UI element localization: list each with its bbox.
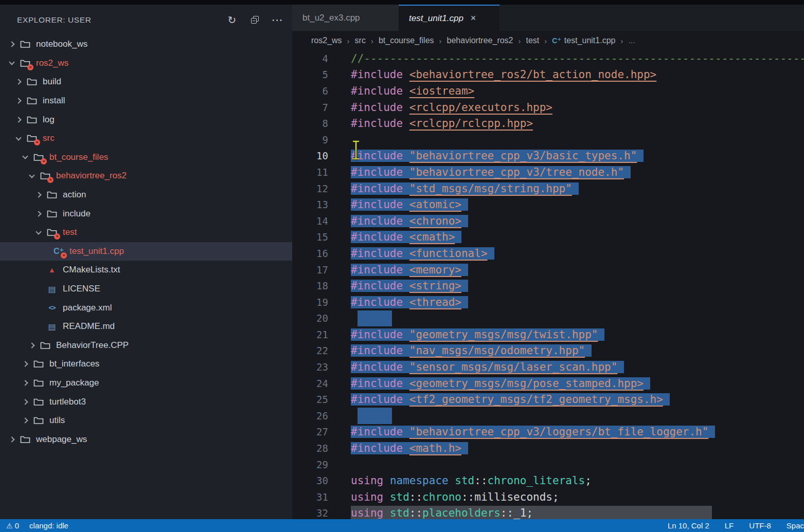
tree-item-bt-course-files[interactable]: ×bt_course_files	[0, 148, 292, 167]
code-line-22[interactable]: 22#include "nav_msgs/msg/odometry.hpp"	[292, 343, 804, 359]
code-line-7[interactable]: 7#include <rclcpp/executors.hpp>	[292, 99, 804, 116]
tree-item-license[interactable]: ▤LICENSE	[0, 280, 292, 299]
tree-item-behaviortree-cpp[interactable]: BehaviorTree.CPP	[0, 336, 292, 355]
tree-item-behaviortree-ros2[interactable]: ×behaviortree_ros2	[0, 167, 292, 186]
breadcrumb-item-ros2-ws[interactable]: ros2_ws	[311, 36, 342, 45]
code-line-13[interactable]: 13#include <atomic>	[292, 196, 804, 213]
code-line-10[interactable]: 10#include "behaviortree_cpp_v3/basic_ty…	[292, 148, 804, 164]
chevron-right-icon	[27, 343, 36, 347]
token-pln	[403, 442, 409, 454]
breadcrumb-item-bt-course-files[interactable]: bt_course_files	[379, 36, 434, 45]
code-line-30[interactable]: 30using namespace std::chrono_literals;	[292, 472, 804, 489]
chevron-down-icon	[27, 175, 36, 177]
tab-test-unit1-cpp[interactable]: test_unit1.cpp×	[399, 5, 499, 31]
chevron-right-icon	[14, 80, 23, 84]
collapse-folders-icon[interactable]	[249, 14, 260, 26]
refresh-icon[interactable]: ↻	[226, 14, 238, 26]
token-inc: <memory>	[409, 264, 461, 276]
code-line-26[interactable]: 26	[292, 408, 804, 424]
code-line-8[interactable]: 8#include <rclcpp/rclcpp.hpp>	[292, 115, 804, 132]
code-line-9[interactable]: 9	[292, 132, 804, 148]
tree-item-readme-md[interactable]: ▤README.md	[0, 317, 292, 336]
code-line-24[interactable]: 24#include <geometry_msgs/msg/pose_stamp…	[292, 375, 804, 392]
tree-item-build[interactable]: build	[0, 72, 292, 91]
problems-indicator[interactable]: ⚠ 0	[6, 521, 19, 530]
token-pp: #include	[351, 68, 403, 81]
tree-item-action[interactable]: action	[0, 186, 292, 205]
tree-item-include[interactable]: include	[0, 204, 292, 223]
tree-item-label: log	[43, 115, 55, 125]
tree-item-webpage-ws[interactable]: webpage_ws	[0, 430, 292, 449]
code-line-15[interactable]: 15#include <cmath>	[292, 229, 804, 246]
code-line-23[interactable]: 23#include "sensor_msgs/msg/laser_scan.h…	[292, 359, 804, 375]
tab-bt-u2-ex3-cpp[interactable]: bt_u2_ex3.cpp	[292, 5, 399, 31]
tree-item-log[interactable]: log	[0, 110, 292, 129]
code-line-14[interactable]: 14#include <chrono>	[292, 213, 804, 229]
tree-item-turtlebot3[interactable]: turtlebot3	[0, 392, 292, 411]
token-pp: #include	[351, 328, 403, 341]
chevron-right-icon	[14, 118, 23, 122]
breadcrumb-item-behaviortree-ros2[interactable]: behaviortree_ros2	[447, 36, 513, 45]
breadcrumb-item--[interactable]: ...	[628, 36, 635, 45]
chevron-down-icon	[21, 156, 29, 158]
tree-item-cmakelists-txt[interactable]: ▲CMakeLists.txt	[0, 261, 292, 280]
line-number: 23	[292, 361, 328, 373]
tree-item-test-unit1-cpp[interactable]: C⁺×test_unit1.cpp	[0, 242, 292, 261]
breadcrumb-separator-icon: ›	[519, 36, 521, 45]
code-line-18[interactable]: 18#include <string>	[292, 278, 804, 294]
tree-item-label: utils	[49, 415, 65, 426]
tree-item-utils[interactable]: utils	[0, 411, 292, 430]
more-actions-icon[interactable]: ⋯	[272, 14, 283, 26]
breadcrumb-item-test[interactable]: test	[526, 36, 540, 45]
indentation-indicator[interactable]: Spac	[787, 521, 804, 530]
token-pp: #include	[351, 182, 403, 195]
eol-indicator[interactable]: LF	[725, 521, 734, 530]
code-line-21[interactable]: 21#include "geometry_msgs/msg/twist.hpp"	[292, 326, 804, 343]
tree-item-install[interactable]: install	[0, 91, 292, 111]
token-pp: #include	[351, 280, 403, 292]
error-badge: ×	[41, 158, 47, 164]
code-line-content: #include <chrono>	[351, 215, 468, 227]
tree-item-bt-interfaces[interactable]: bt_interfaces	[0, 355, 292, 374]
tree-item-label: action	[63, 190, 86, 200]
selection-highlight: #include <chrono>	[351, 215, 468, 227]
code-line-17[interactable]: 17#include <memory>	[292, 262, 804, 278]
token-pln: ::	[409, 491, 422, 503]
code-line-5[interactable]: 5#include <behaviortree_ros2/bt_action_n…	[292, 67, 804, 83]
code-line-32[interactable]: 32using std::placeholders::_1;	[292, 505, 804, 519]
code-line-4[interactable]: 4//-------------------------------------…	[292, 50, 804, 67]
breadcrumb-item-src[interactable]: src	[355, 36, 366, 45]
token-inc: "behaviortree_cpp_v3/tree_node.h"	[409, 166, 624, 178]
tree-item-test[interactable]: ×test	[0, 223, 292, 242]
tree-item-notebook-ws[interactable]: notebook_ws	[0, 35, 292, 54]
code-line-28[interactable]: 28#include <math.h>	[292, 440, 804, 456]
code-line-11[interactable]: 11#include "behaviortree_cpp_v3/tree_nod…	[292, 164, 804, 180]
close-icon[interactable]: ×	[471, 13, 476, 24]
token-pln	[403, 344, 409, 357]
code-line-6[interactable]: 6#include <iostream>	[292, 83, 804, 99]
code-line-12[interactable]: 12#include "std_msgs/msg/string.hpp"	[292, 180, 804, 197]
code-line-content: #include "behaviortree_cpp_v3/loggers/bt…	[351, 426, 715, 438]
tree-item-my-package[interactable]: my_package	[0, 374, 292, 393]
code-line-27[interactable]: 27#include "behaviortree_cpp_v3/loggers/…	[292, 424, 804, 441]
code-line-31[interactable]: 31using std::chrono::milliseconds;	[292, 489, 804, 505]
tree-item-ros2-ws[interactable]: ×ros2_ws	[0, 54, 292, 73]
explorer-sidebar: EXPLORER: USER ↻ ⋯ notebook_ws×ros2_wsbu…	[0, 5, 292, 519]
tree-item-src[interactable]: ×src	[0, 129, 292, 148]
encoding-indicator[interactable]: UTF-8	[749, 521, 771, 530]
code-editor[interactable]: 4//-------------------------------------…	[292, 50, 804, 519]
code-line-19[interactable]: 19#include <thread>	[292, 294, 804, 310]
clangd-status[interactable]: clangd: idle	[29, 521, 68, 530]
breadcrumb-item-test-unit1-cpp[interactable]: C⁺test_unit1.cpp	[552, 36, 615, 45]
code-line-29[interactable]: 29	[292, 456, 804, 473]
cursor-position[interactable]: Ln 10, Col 2	[668, 521, 709, 530]
code-line-content: #include <cmath>	[351, 231, 461, 243]
token-inc: "sensor_msgs/msg/laser_scan.hpp"	[409, 361, 618, 373]
code-line-16[interactable]: 16#include <functional>	[292, 245, 804, 262]
tree-item-package-xml[interactable]: <>package.xml	[0, 298, 292, 317]
token-pln: ::	[501, 507, 513, 519]
code-line-25[interactable]: 25#include <tf2_geometry_msgs/tf2_geomet…	[292, 391, 804, 408]
tree-item-label: my_package	[49, 378, 99, 388]
code-line-20[interactable]: 20	[292, 310, 804, 327]
selection-highlight: #include <geometry_msgs/msg/pose_stamped…	[351, 377, 650, 390]
